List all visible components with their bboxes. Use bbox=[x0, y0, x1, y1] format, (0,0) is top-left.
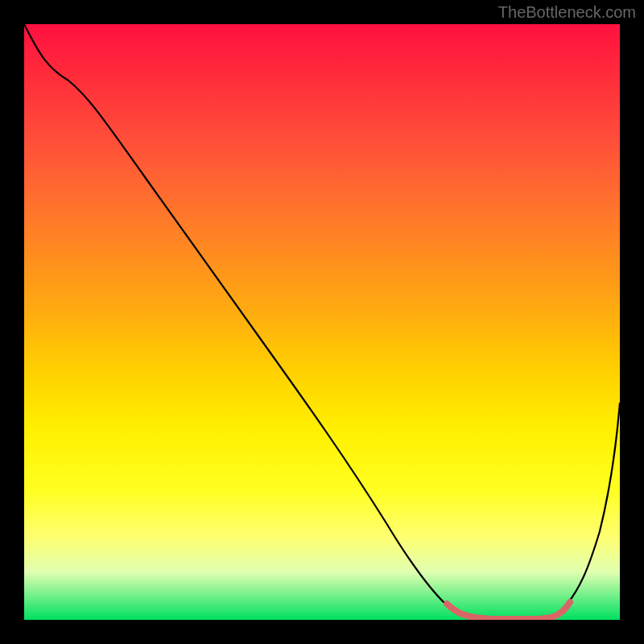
chart-svg bbox=[24, 24, 620, 620]
attribution-text: TheBottleneck.com bbox=[498, 3, 636, 22]
bottleneck-curve bbox=[24, 24, 620, 618]
optimal-range-marker bbox=[447, 602, 570, 619]
plot-area bbox=[24, 24, 620, 620]
